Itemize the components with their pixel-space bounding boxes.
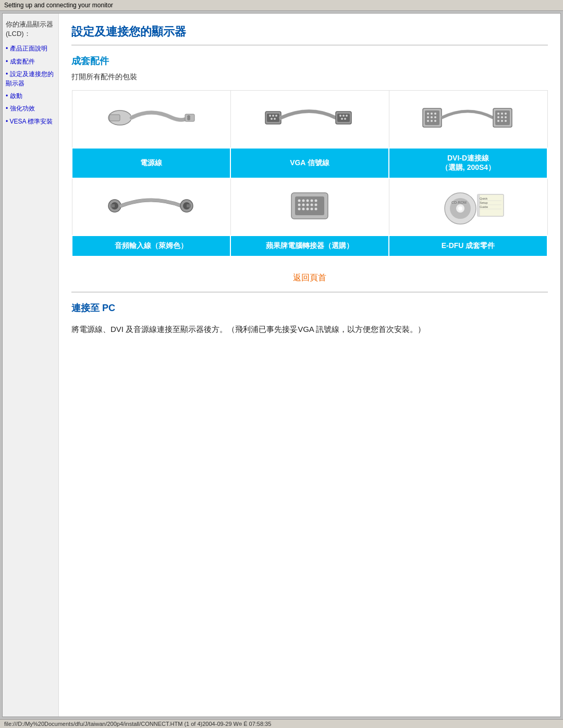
svg-point-4 [187, 117, 190, 120]
svg-point-61 [307, 207, 309, 210]
vga-cable-label: VGA 信號線 [230, 148, 389, 178]
sidebar-item-product[interactable]: • 產品正面說明 [6, 44, 55, 53]
svg-point-29 [434, 120, 436, 122]
svg-point-28 [431, 120, 433, 122]
svg-point-52 [311, 199, 313, 202]
sidebar-item-startup[interactable]: • 啟動 [6, 91, 55, 101]
svg-point-56 [307, 203, 309, 206]
dvi-cable-label: DVI-D連接線（選購, 200S4） [389, 148, 547, 178]
mac-adapter-icon [263, 185, 357, 227]
sidebar-link-product[interactable]: • 產品正面說明 [6, 45, 47, 52]
svg-point-25 [431, 116, 433, 118]
svg-point-39 [501, 120, 503, 122]
svg-point-54 [298, 203, 301, 206]
sidebar-link-accessories[interactable]: • 成套配件 [6, 58, 35, 65]
sidebar-item-setup[interactable]: • 設定及連接您的顯示器 [6, 69, 55, 88]
top-divider [71, 45, 548, 45]
sidebar-link-enhance[interactable]: • 強化功效 [6, 105, 35, 112]
svg-point-10 [271, 118, 273, 120]
svg-point-35 [497, 116, 499, 118]
connect-section-desc: 將電源線、DVI 及音源線連接至顯示器後方。（飛利浦已事先接妥VGA 訊號線，以… [71, 323, 548, 336]
svg-point-23 [434, 113, 436, 115]
sidebar-item-enhance[interactable]: • 強化功效 [6, 104, 55, 113]
dvi-cable-icon [421, 97, 515, 139]
mac-adapter-img-cell [230, 178, 389, 236]
svg-point-18 [344, 118, 346, 120]
svg-point-14 [339, 115, 341, 117]
svg-point-8 [272, 115, 274, 117]
sidebar-item-vesa[interactable]: • VESA 標準安裝 [6, 117, 55, 126]
svg-rect-1 [109, 115, 120, 121]
svg-point-27 [427, 120, 429, 122]
accessories-images-row2: CD-ROM Quick Setup Guide [72, 178, 547, 236]
svg-text:Setup: Setup [480, 201, 488, 204]
svg-point-34 [505, 113, 507, 115]
middle-divider [71, 292, 548, 292]
svg-point-57 [311, 203, 313, 206]
svg-point-37 [505, 116, 507, 118]
accessories-images-row1 [72, 91, 547, 148]
svg-point-58 [315, 203, 317, 206]
svg-text:Quick: Quick [480, 197, 488, 200]
svg-text:Guide: Guide [480, 205, 488, 208]
vga-cable-icon [263, 97, 357, 139]
svg-rect-46 [187, 204, 191, 207]
accessories-description: 打開所有配件的包裝 [71, 72, 548, 82]
title-bar-text: Setting up and connecting your monitor [4, 2, 113, 9]
svg-point-63 [315, 207, 317, 210]
svg-point-24 [427, 116, 429, 118]
svg-point-55 [302, 203, 305, 206]
svg-text:CD-ROM: CD-ROM [451, 201, 467, 204]
sidebar-link-vesa[interactable]: • VESA 標準安裝 [6, 118, 53, 125]
main-content: 設定及連接您的顯示器 成套配件 打開所有配件的包裝 [59, 14, 560, 717]
mac-adapter-label: 蘋果牌電腦轉接器（選購） [230, 236, 389, 256]
svg-point-59 [298, 207, 301, 210]
svg-point-60 [302, 207, 305, 210]
svg-point-11 [274, 118, 276, 120]
svg-point-21 [427, 113, 429, 115]
page-title: 設定及連接您的顯示器 [71, 24, 548, 40]
audio-cable-label: 音頻輸入線（萊姆色） [72, 236, 230, 256]
accessories-labels-row2: 音頻輸入線（萊姆色） 蘋果牌電腦轉接器（選購） E-DFU 成套零件 [72, 236, 547, 256]
power-cable-icon [104, 97, 198, 139]
sidebar-link-startup[interactable]: • 啟動 [6, 92, 22, 100]
accessories-table: 電源線 VGA 信號線 DVI-D連接線（選購, 200S4） [71, 90, 548, 257]
audio-cable-img-cell [72, 178, 230, 236]
svg-point-26 [434, 116, 436, 118]
svg-point-9 [275, 115, 277, 117]
efdu-kit-icon: CD-ROM Quick Setup Guide [421, 185, 515, 227]
svg-point-62 [311, 207, 313, 210]
svg-point-40 [505, 120, 507, 122]
svg-point-33 [501, 113, 503, 115]
status-bar-text: file:///D:/My%20Documents/dfu/J/taiwan/2… [4, 721, 271, 727]
back-to-top[interactable]: 返回頁首 [71, 273, 548, 283]
dvi-cable-img-cell [389, 91, 547, 148]
connect-section-title: 連接至 PC [71, 302, 548, 314]
svg-point-17 [341, 118, 343, 120]
svg-point-53 [315, 199, 317, 202]
svg-point-50 [302, 199, 305, 202]
svg-point-32 [497, 113, 499, 115]
svg-point-36 [501, 116, 503, 118]
svg-point-49 [298, 199, 301, 202]
sidebar: 你的液晶顯示器(LCD)： • 產品正面說明 • 成套配件 • 設定及連接您的顯… [3, 14, 59, 717]
power-cable-img-cell [72, 91, 230, 148]
sidebar-title: 你的液晶顯示器(LCD)： [6, 20, 55, 39]
svg-point-38 [497, 120, 499, 122]
svg-point-67 [458, 206, 462, 211]
back-to-top-link[interactable]: 返回頁首 [293, 273, 326, 282]
svg-point-51 [307, 199, 309, 202]
accessories-labels-row1: 電源線 VGA 信號線 DVI-D連接線（選購, 200S4） [72, 148, 547, 178]
sidebar-item-accessories[interactable]: • 成套配件 [6, 57, 55, 66]
sidebar-link-setup[interactable]: • 設定及連接您的顯示器 [6, 70, 54, 87]
audio-cable-icon [104, 185, 198, 227]
svg-point-22 [431, 113, 433, 115]
svg-point-15 [342, 115, 345, 117]
browser-content: 你的液晶顯示器(LCD)： • 產品正面說明 • 成套配件 • 設定及連接您的顯… [2, 13, 561, 717]
efdu-kit-img-cell: CD-ROM Quick Setup Guide [389, 178, 547, 236]
efdu-kit-label: E-DFU 成套零件 [389, 236, 547, 256]
accessories-title: 成套配件 [71, 55, 548, 67]
status-bar: file:///D:/My%20Documents/dfu/J/taiwan/2… [0, 719, 563, 728]
sidebar-links: • 產品正面說明 • 成套配件 • 設定及連接您的顯示器 • 啟動 • 強化功效… [6, 44, 55, 126]
title-bar: Setting up and connecting your monitor [0, 0, 563, 11]
